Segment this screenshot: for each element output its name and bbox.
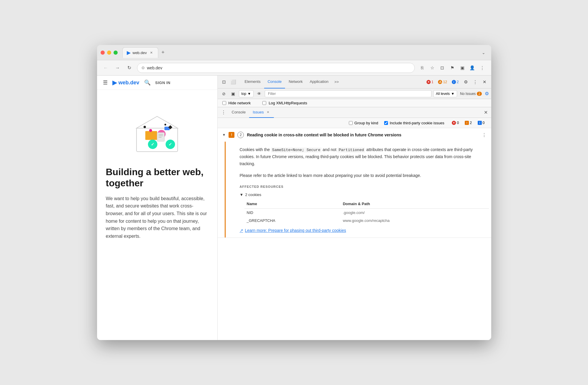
menu-button[interactable]: ⋮ <box>478 64 487 72</box>
webpage-panel: ☰ ▶ web.dev 🔍 SIGN IN <box>97 76 218 340</box>
cookies-count-label: 2 cookies <box>245 192 261 197</box>
code-samesite: SameSite=None; Secure <box>271 148 322 153</box>
svg-text:✓: ✓ <box>169 142 172 147</box>
code-partitioned: Partitioned <box>337 148 365 153</box>
maximize-button[interactable] <box>114 51 118 55</box>
device-toggle-icon[interactable]: ⬜ <box>229 78 238 86</box>
webpage-text: Building a better web, together We want … <box>97 166 217 249</box>
no-issues-label: No Issues 2 <box>459 92 483 96</box>
issues-settings-icon[interactable]: ⚙ <box>485 91 489 96</box>
new-tab-button[interactable]: + <box>158 48 168 57</box>
eye-icon[interactable]: 👁 <box>255 90 263 98</box>
devtools-icon[interactable]: ⚑ <box>448 64 457 72</box>
cookie-name-cell: NID <box>244 209 341 217</box>
more-options-button[interactable]: ⋮ <box>471 78 479 86</box>
group-by-kind-checkbox[interactable] <box>349 121 353 125</box>
back-button[interactable]: ← <box>102 64 110 72</box>
inspect-element-icon[interactable]: ⊡ <box>220 78 228 86</box>
panel-close-button[interactable]: ✕ <box>484 110 488 115</box>
site-logo[interactable]: ▶ web.dev <box>112 79 139 86</box>
external-link-icon: ↗ <box>240 228 243 233</box>
issue-collapse-icon[interactable]: ▼ <box>222 133 226 137</box>
issue-group: ▼ ! 2 Reading cookie in cross-site conte… <box>218 128 491 238</box>
group-by-kind-option[interactable]: Group by kind <box>349 121 378 125</box>
hero-description: We want to help you build beautiful, acc… <box>106 195 209 240</box>
tab-elements[interactable]: Elements <box>241 76 264 88</box>
bookmark-button[interactable]: ☆ <box>428 64 437 72</box>
console-toolbar: ⊘ ▣ top ▼ 👁 All levels ▼ No Issues 2 ⚙ <box>218 88 491 99</box>
browser-tab[interactable]: ▶ web.dev ✕ <box>122 47 158 58</box>
levels-dropdown[interactable]: All levels ▼ <box>433 90 457 97</box>
more-tabs-button[interactable]: >> <box>332 80 341 84</box>
include-third-party-checkbox[interactable] <box>384 121 388 125</box>
issue-header[interactable]: ▼ ! 2 Reading cookie in cross-site conte… <box>218 128 491 142</box>
forward-button[interactable]: → <box>114 64 122 72</box>
cookie-domain-cell: .google.com/ <box>340 209 489 217</box>
hide-network-checkbox[interactable] <box>222 101 226 105</box>
devtools-header-right: ✕ 1 ⚠ 12 i 2 ⚙ ⋮ ✕ <box>425 78 489 86</box>
warning-count-badge: ⚠ 12 <box>436 79 449 85</box>
issue-warning-icon: ! <box>229 132 234 138</box>
sidebar-button[interactable]: ▣ <box>458 64 467 72</box>
context-selector[interactable]: top ▼ <box>239 90 254 97</box>
reload-button[interactable]: ↻ <box>125 64 134 72</box>
issues-warn-badge: ! 2 <box>463 120 474 125</box>
site-info-icon: ⊙ <box>141 66 145 70</box>
sub-tabs-bar: ⋮ Console Issues ✕ ✕ <box>218 107 491 118</box>
site-name: web.dev <box>119 80 139 86</box>
hide-network-option[interactable]: Hide network <box>222 101 251 105</box>
tab-console[interactable]: Console <box>264 76 285 88</box>
issue-count-circle: 2 <box>237 132 244 138</box>
cookies-table: Name Domain & Path NID.google.com/_GRECA… <box>244 200 489 225</box>
issues-error-badge: ✕ 0 <box>450 120 461 125</box>
log-xml-checkbox[interactable] <box>262 101 266 105</box>
issue-more-button[interactable]: ⋮ <box>482 132 487 138</box>
devtools-tab-bar: ⊡ ⬜ Elements Console Network Application… <box>218 76 491 88</box>
affected-resources-label: AFFECTED RESOURCES <box>240 185 484 188</box>
url-bar[interactable]: ⊙ web.dev <box>137 63 415 73</box>
cookies-chevron-icon: ▼ <box>240 192 244 197</box>
tab-network[interactable]: Network <box>285 76 306 88</box>
sign-in-button[interactable]: SIGN IN <box>155 81 171 85</box>
sub-tabs-menu-icon[interactable]: ⋮ <box>221 110 226 115</box>
filter-input[interactable] <box>265 90 432 97</box>
settings-button[interactable]: ⚙ <box>462 78 470 86</box>
issue-body: Cookies with the SameSite=None; Secure a… <box>225 142 491 237</box>
sidebar-toggle-button[interactable]: ▣ <box>229 90 237 98</box>
browser-actions: ⎘ ☆ ⊡ ⚑ ▣ 👤 ⋮ <box>418 64 487 72</box>
issues-tab-close-icon[interactable]: ✕ <box>266 110 270 115</box>
title-bar: ▶ web.dev ✕ + ⌄ <box>97 45 491 60</box>
url-text: web.dev <box>147 66 162 70</box>
close-devtools-button[interactable]: ✕ <box>481 78 489 86</box>
tab-close-button[interactable]: ✕ <box>149 50 154 55</box>
cookies-toggle[interactable]: ▼ 2 cookies <box>240 191 484 198</box>
sub-tab-issues[interactable]: Issues ✕ <box>249 107 274 118</box>
svg-rect-2 <box>145 131 157 140</box>
cookie-name-cell: _GRECAPTCHA <box>244 217 341 225</box>
search-icon[interactable]: 🔍 <box>144 79 151 86</box>
include-third-party-option[interactable]: Include third-party cookie issues <box>384 121 444 125</box>
extension-puzzle-icon[interactable]: ⊡ <box>438 64 447 72</box>
cast-button[interactable]: ⎘ <box>418 64 427 72</box>
tab-logo-icon: ▶ <box>127 50 130 56</box>
issue-description-2: Please refer to the article linked to le… <box>240 172 484 179</box>
svg-point-16 <box>149 129 152 132</box>
close-button[interactable] <box>101 51 105 55</box>
svg-rect-12 <box>159 134 163 135</box>
window-control-button[interactable]: ⌄ <box>479 48 488 57</box>
learn-more-link[interactable]: ↗ Learn more: Prepare for phasing out th… <box>240 228 484 233</box>
log-xml-label: Log XMLHttpRequests <box>269 101 307 105</box>
minimize-button[interactable] <box>107 51 111 55</box>
issues-info-count: 0 <box>483 121 485 125</box>
tab-application[interactable]: Application <box>306 76 332 88</box>
issue-title: Reading cookie in cross-site context wil… <box>247 133 479 137</box>
address-bar: ← → ↻ ⊙ web.dev ⎘ ☆ ⊡ ⚑ ▣ 👤 ⋮ <box>97 60 491 76</box>
info-icon: i <box>452 80 456 84</box>
clear-console-button[interactable]: ⊘ <box>220 90 228 98</box>
learn-more-text: Learn more: Prepare for phasing out thir… <box>245 228 346 233</box>
profile-icon[interactable]: 👤 <box>468 64 477 72</box>
log-xml-option[interactable]: Log XMLHttpRequests <box>262 101 307 105</box>
error-circle-icon: ✕ <box>452 121 456 125</box>
sub-tab-console[interactable]: Console <box>228 107 249 118</box>
hamburger-icon[interactable]: ☰ <box>103 79 108 86</box>
